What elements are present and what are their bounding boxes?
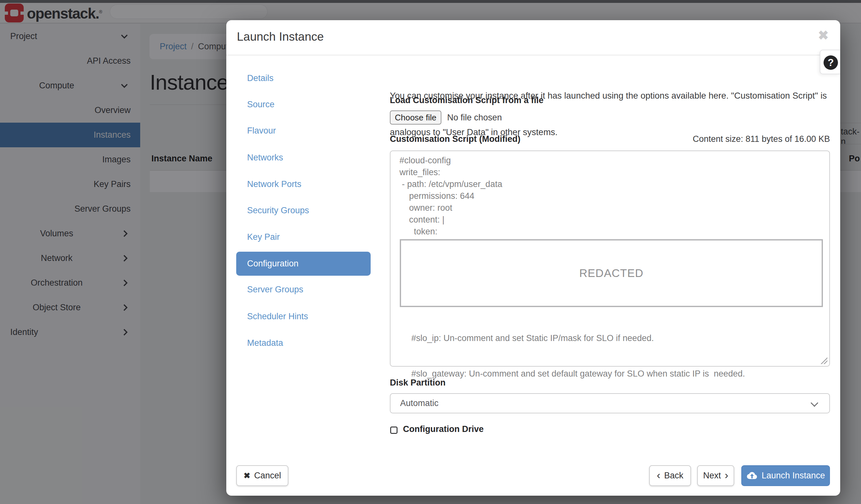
step-security-groups[interactable]: Security Groups bbox=[247, 204, 309, 217]
script-line: owner: root bbox=[399, 202, 452, 214]
chevron-left-icon: ‹ bbox=[657, 470, 660, 480]
configuration-drive-label: Configuration Drive bbox=[403, 424, 484, 434]
script-comment-lines: #slo_ip: Un-comment and set Static IP/ma… bbox=[411, 309, 745, 404]
next-button[interactable]: Next › bbox=[697, 465, 734, 486]
textarea-resize-handle[interactable] bbox=[820, 357, 828, 364]
step-metadata[interactable]: Metadata bbox=[247, 336, 283, 350]
step-details[interactable]: Details bbox=[247, 71, 274, 85]
redacted-label: REDACTED bbox=[579, 267, 644, 280]
script-line: token: bbox=[399, 226, 438, 237]
cancel-button[interactable]: ✖ Cancel bbox=[236, 465, 288, 486]
step-networks[interactable]: Networks bbox=[247, 151, 283, 164]
configuration-step-content: You can customise your instance after it… bbox=[390, 20, 830, 496]
step-key-pair[interactable]: Key Pair bbox=[247, 230, 280, 244]
step-source[interactable]: Source bbox=[247, 98, 275, 111]
configuration-drive-checkbox[interactable] bbox=[390, 426, 398, 434]
content-size-counter: Content size: 811 bytes of 16.00 KB bbox=[693, 134, 830, 144]
choose-file-button[interactable]: Choose file bbox=[390, 110, 441, 125]
disk-partition-label: Disk Partition bbox=[390, 378, 446, 388]
x-icon: ✖ bbox=[244, 471, 250, 480]
script-line: - path: /etc/vpm/user_data bbox=[399, 178, 502, 190]
disk-partition-value: Automatic bbox=[400, 394, 438, 413]
step-server-groups[interactable]: Server Groups bbox=[247, 283, 303, 296]
step-scheduler-hints[interactable]: Scheduler Hints bbox=[247, 310, 308, 323]
file-chosen-status: No file chosen bbox=[447, 110, 502, 125]
script-line: #cloud-config bbox=[399, 155, 451, 166]
launch-instance-modal: Launch Instance ✖ ? Details Source Flavo… bbox=[226, 20, 840, 496]
customisation-script-textarea[interactable]: #cloud-config write_files: - path: /etc/… bbox=[390, 150, 830, 367]
step-configuration-active[interactable]: Configuration bbox=[236, 252, 371, 276]
disk-partition-select[interactable]: Automatic bbox=[390, 393, 830, 413]
script-line: write_files: bbox=[399, 166, 440, 178]
script-line: permissions: 644 bbox=[399, 190, 474, 202]
step-network-ports[interactable]: Network Ports bbox=[247, 177, 301, 191]
load-script-label: Load Customisation Script from a file bbox=[390, 95, 544, 105]
script-line: content: | bbox=[399, 214, 445, 226]
chevron-right-icon: › bbox=[725, 470, 728, 480]
openstack-horizon-screen: openstack.® Project API Access Compute O… bbox=[0, 0, 861, 504]
launch-instance-button[interactable]: Launch Instance bbox=[741, 465, 830, 486]
cloud-upload-icon bbox=[746, 472, 757, 480]
redacted-overlay: REDACTED bbox=[400, 239, 823, 307]
customisation-script-label: Customisation Script (Modified) bbox=[390, 134, 520, 144]
chevron-down-icon bbox=[810, 399, 818, 407]
back-button[interactable]: ‹ Back bbox=[649, 465, 691, 486]
modal-title: Launch Instance bbox=[237, 30, 324, 43]
step-flavour[interactable]: Flavour bbox=[247, 124, 276, 137]
